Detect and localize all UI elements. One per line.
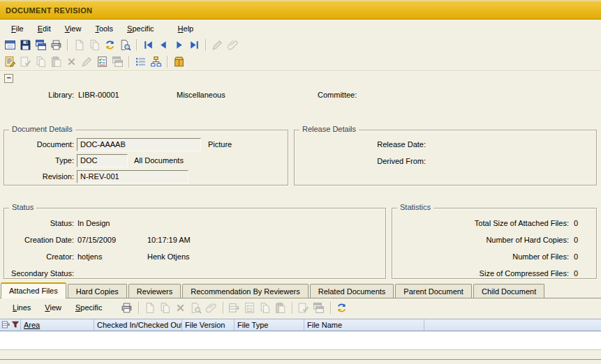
menu-item-file[interactable]: File: [4, 22, 31, 35]
menu-item-help[interactable]: Help: [171, 22, 201, 35]
last-record-icon[interactable]: [186, 37, 202, 52]
copy-row-icon: [258, 300, 273, 315]
type-description: All Documents: [134, 156, 184, 165]
status-group: Status Status: In Design Creation Date: …: [3, 208, 386, 279]
menu-item-edit[interactable]: Edit: [31, 22, 58, 35]
attached-files-panel: Lines View Specific Area Checked In/Chec…: [0, 298, 601, 360]
paste-row-icon: [273, 300, 288, 315]
export-rows-icon: [311, 300, 327, 315]
column-header-label: File Version: [185, 321, 225, 329]
creator-full-name: Henk Otjens: [147, 252, 190, 261]
column-header-label: File Type: [237, 321, 268, 329]
new-window-icon[interactable]: [33, 37, 48, 52]
status-label: Status:: [10, 219, 74, 227]
sort-grid-icon[interactable]: [1, 320, 10, 331]
attachment-line-icon: [204, 300, 219, 315]
menu-item-lines[interactable]: Lines: [6, 301, 38, 314]
filter-funnel-icon[interactable]: [11, 320, 20, 330]
menu-item-view[interactable]: View: [58, 22, 89, 35]
edit-icon: [209, 37, 225, 52]
document-input[interactable]: DOC-AAAAB: [77, 138, 201, 151]
column-header-file-type[interactable]: File Type: [235, 319, 304, 331]
revision-input[interactable]: N-REV-001: [77, 170, 188, 183]
document-label: Document:: [10, 140, 74, 149]
package-icon[interactable]: [171, 54, 186, 69]
column-header-label: File Name: [307, 321, 342, 329]
delete-line-icon: [173, 300, 188, 315]
documents-icon: [110, 54, 125, 69]
toolbar-separator: [67, 39, 68, 51]
checklist-icon[interactable]: [94, 54, 110, 69]
library-value: LIBR-00001: [78, 91, 119, 99]
tab-strip: Attached Files Hard Copies Reviewers Rec…: [0, 282, 601, 298]
text-editor-icon[interactable]: [2, 54, 17, 69]
duplicate-record-icon: [87, 37, 102, 52]
status-title: Status: [9, 203, 36, 211]
window-titlebar: DOCUMENT REVISION: [0, 0, 601, 20]
secondary-status-label: Secondary Status:: [10, 269, 74, 278]
tab-related-documents[interactable]: Related Documents: [310, 284, 394, 298]
derived-from-label: Derived From:: [300, 157, 426, 165]
find-icon[interactable]: [117, 37, 133, 52]
refresh-icon[interactable]: [102, 37, 117, 52]
copy-document-icon: [33, 54, 48, 69]
column-header-area[interactable]: Area: [21, 319, 94, 331]
revision-label: Revision:: [10, 172, 74, 181]
save-icon[interactable]: [17, 37, 33, 52]
toolbar-divider: [0, 70, 601, 71]
statistics-group: Statistics Total Size of Attached Files:…: [392, 208, 597, 279]
grid-corner-cell[interactable]: [0, 319, 21, 331]
menu-item-tools[interactable]: Tools: [88, 22, 120, 35]
stat-label: Total Size of Attached Files:: [398, 219, 569, 227]
document-details-group: Document Details Document: DOC-AAAAB Pic…: [3, 130, 288, 185]
creator-label: Creator:: [10, 252, 74, 261]
toolbar-separator: [128, 56, 129, 68]
refresh-rows-icon[interactable]: [334, 300, 350, 315]
tab-attached-files[interactable]: Attached Files: [1, 282, 66, 298]
menu-item-view-lines[interactable]: View: [38, 301, 68, 314]
previous-record-icon[interactable]: [156, 37, 171, 52]
column-header-file-name[interactable]: File Name: [304, 319, 424, 331]
library-description: Miscellaneous: [177, 91, 225, 99]
tab-parent-document[interactable]: Parent Document: [395, 284, 472, 298]
menu-item-specific[interactable]: Specific: [120, 22, 161, 35]
tab-hard-copies[interactable]: Hard Copies: [68, 284, 127, 298]
creation-date-label: Creation Date:: [10, 236, 74, 244]
collapse-header-button[interactable]: −: [4, 74, 13, 83]
type-input[interactable]: DOC: [77, 154, 128, 167]
validate-row-icon: [242, 300, 258, 315]
column-header-checked-in-out[interactable]: Checked In/Checked Out: [94, 319, 182, 331]
column-header-label: Area: [24, 321, 40, 329]
tab-reviewers[interactable]: Reviewers: [128, 284, 181, 298]
release-details-title: Release Details: [299, 125, 359, 133]
grid-header-row: Area Checked In/Checked Out File Version…: [0, 319, 601, 331]
first-record-icon[interactable]: [140, 37, 156, 52]
line-numbers-icon[interactable]: [133, 54, 148, 69]
next-record-icon[interactable]: [171, 37, 186, 52]
tab-recommendation-by-reviewers[interactable]: Recommendation By Reviewers: [182, 284, 309, 298]
stat-label: Number of Files:: [398, 252, 569, 261]
paste-document-icon: [48, 54, 64, 69]
column-header-file-version[interactable]: File Version: [182, 319, 235, 331]
creation-date-value: 07/15/2009: [77, 236, 116, 244]
panel-toolbar: [119, 300, 350, 315]
toolbar-separator: [136, 39, 137, 51]
insert-row-icon: [227, 300, 242, 315]
new-record-icon: [71, 37, 87, 52]
release-date-label: Release Date:: [300, 140, 426, 149]
cut-document-icon: [64, 54, 79, 69]
tab-child-document[interactable]: Child Document: [473, 284, 544, 298]
toolbar-row-1: [2, 36, 600, 53]
status-value: In Design: [77, 219, 110, 227]
menu-item-specific-lines[interactable]: Specific: [68, 301, 110, 314]
print-icon[interactable]: [48, 37, 64, 52]
library-label: Library:: [15, 91, 74, 99]
document-value: DOC-AAAAB: [80, 140, 126, 149]
hierarchy-icon[interactable]: [148, 54, 163, 69]
print-lines-icon[interactable]: [119, 300, 135, 315]
open-form-icon[interactable]: [2, 37, 17, 52]
type-value: DOC: [80, 156, 97, 165]
committee-label: Committee:: [318, 91, 357, 99]
grid-body-empty[interactable]: [0, 332, 601, 350]
panel-menubar: Lines View Specific: [0, 298, 601, 317]
